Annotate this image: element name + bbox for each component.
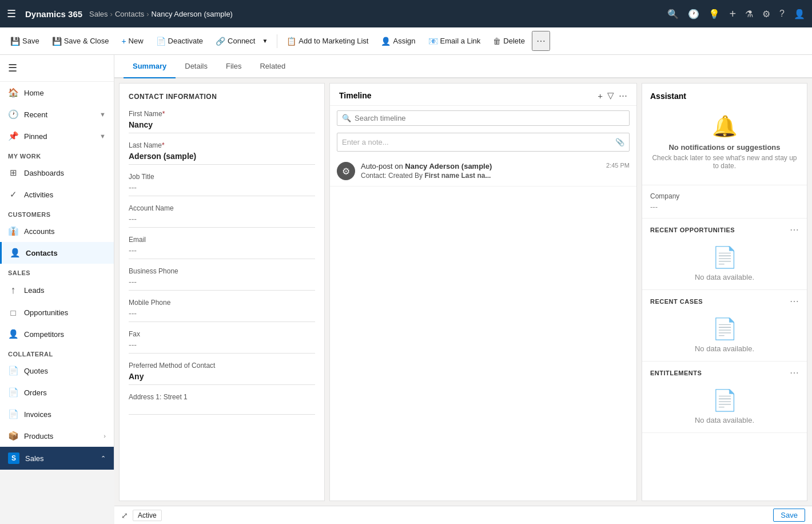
expand-icon[interactable]: ⤢ (121, 511, 128, 520)
timeline-search-input[interactable] (355, 114, 624, 122)
breadcrumb-sales[interactable]: Sales (89, 10, 108, 18)
chevron-down-icon: ▼ (99, 133, 106, 140)
connect-button[interactable]: 🔗 Connect (210, 33, 261, 49)
sidebar-item-orders[interactable]: 📄 Orders (0, 382, 114, 403)
sidebar-item-label: Dashboards (24, 169, 64, 177)
save-button[interactable]: 💾 Save (5, 33, 45, 49)
add-to-marketing-list-button[interactable]: 📋 Add to Marketing List (281, 33, 374, 49)
assign-button[interactable]: 👤 Assign (375, 33, 421, 49)
search-icon[interactable]: 🔍 (667, 9, 679, 19)
preferred-contact-field: Preferred Method of Contact Any (129, 362, 315, 385)
sidebar-item-pinned[interactable]: 📌 Pinned ▼ (0, 125, 114, 147)
address-street1-value[interactable] (129, 402, 315, 415)
timeline-add-icon[interactable]: + (598, 91, 603, 101)
quotes-icon: 📄 (8, 366, 18, 376)
clock-icon[interactable]: 🕐 (688, 9, 699, 19)
lightbulb-icon[interactable]: 💡 (708, 9, 720, 19)
tab-details[interactable]: Details (176, 55, 217, 78)
collateral-section-label: Collateral (0, 345, 114, 360)
sidebar-item-label: Opportunities (24, 308, 68, 317)
bottom-save-button[interactable]: Save (773, 509, 805, 522)
hamburger-menu-icon[interactable]: ☰ (7, 7, 16, 20)
email-link-button[interactable]: 📧 Email a Link (423, 33, 487, 49)
sidebar-item-products[interactable]: 📦 Products › (0, 425, 114, 447)
top-nav-icons: 🔍 🕐 💡 + ⚗ ⚙ ? 👤 (667, 7, 805, 21)
recent-opportunities-more-icon[interactable]: ⋯ (790, 224, 799, 235)
email-field: Email --- (129, 236, 315, 259)
timeline-entry-time: 2:45 PM (606, 162, 630, 180)
sidebar-item-competitors[interactable]: 👤 Competitors (0, 323, 114, 345)
sidebar-hamburger[interactable]: ☰ (0, 55, 114, 82)
tab-related[interactable]: Related (250, 55, 294, 78)
breadcrumb-contacts[interactable]: Contacts (115, 10, 144, 18)
contact-info-panel: CONTACT INFORMATION First Name* Nancy La… (119, 83, 325, 501)
assign-icon: 👤 (381, 37, 391, 46)
timeline-filter-icon[interactable]: ▽ (607, 90, 614, 101)
entitlements-more-icon[interactable]: ⋯ (790, 367, 799, 378)
sidebar-item-contacts[interactable]: 👤 Contacts (0, 242, 114, 264)
tab-summary[interactable]: Summary (124, 55, 176, 78)
company-value: --- (650, 203, 799, 211)
activities-icon: ✓ (8, 189, 18, 200)
delete-button[interactable]: 🗑 Delete (487, 33, 531, 49)
recent-icon: 🕐 (8, 109, 18, 120)
save-close-button[interactable]: 💾 Save & Close (46, 33, 115, 49)
no-data-entitlements-text: No data available. (650, 416, 799, 424)
sidebar-item-opportunities[interactable]: □ Opportunities (0, 302, 114, 323)
sidebar: ☰ 🏠 Home 🕐 Recent ▼ 📌 Pinned ▼ My Work ⊞… (0, 55, 114, 470)
sidebar-item-label: Activities (24, 190, 53, 199)
sidebar-item-leads[interactable]: ↑ Leads (0, 279, 114, 302)
timeline-search-icon: 🔍 (342, 114, 351, 122)
add-icon[interactable]: + (729, 7, 736, 21)
sidebar-item-invoices[interactable]: 📄 Invoices (0, 403, 114, 425)
main-layout: ☰ 🏠 Home 🕐 Recent ▼ 📌 Pinned ▼ My Work ⊞… (0, 55, 812, 524)
mobile-phone-value[interactable]: --- (129, 308, 315, 322)
timeline-more-icon[interactable]: ⋯ (619, 90, 627, 101)
help-icon[interactable]: ? (779, 9, 785, 19)
preferred-contact-value[interactable]: Any (129, 371, 315, 385)
user-icon[interactable]: 👤 (794, 9, 805, 19)
company-label: Company (650, 192, 799, 200)
competitors-icon: 👤 (8, 329, 18, 339)
timeline-search[interactable]: 🔍 (337, 110, 630, 126)
recent-cases-more-icon[interactable]: ⋯ (790, 296, 799, 307)
connect-icon: 🔗 (216, 37, 225, 46)
timeline-note-input[interactable]: Enter a note... 📎 (337, 133, 630, 152)
recent-cases-section: RECENT CASES ⋯ 📄 No data available. (642, 290, 807, 362)
first-name-value[interactable]: Nancy (129, 119, 315, 133)
job-title-value[interactable]: --- (129, 182, 315, 196)
breadcrumb: Sales › Contacts › Nancy Aderson (sample… (89, 10, 233, 18)
sidebar-item-activities[interactable]: ✓ Activities (0, 184, 114, 205)
sidebar-item-accounts[interactable]: 👔 Accounts (0, 220, 114, 242)
settings-icon[interactable]: ⚙ (762, 9, 770, 19)
home-icon: 🏠 (8, 88, 18, 98)
sidebar-item-label: Products (24, 432, 53, 440)
deactivate-button[interactable]: 📄 Deactivate (150, 33, 209, 49)
leads-icon: ↑ (8, 284, 18, 296)
fax-value[interactable]: --- (129, 339, 315, 354)
sidebar-item-label: Quotes (24, 367, 48, 375)
assistant-empty-title: No notifications or suggestions (650, 143, 799, 152)
attach-icon[interactable]: 📎 (615, 138, 624, 146)
entitlements-title: ENTITLEMENTS (650, 370, 790, 376)
timeline-title: Timeline (339, 91, 593, 100)
connect-dropdown[interactable]: ▼ (262, 34, 273, 47)
tab-files[interactable]: Files (217, 55, 250, 78)
panels: CONTACT INFORMATION First Name* Nancy La… (114, 78, 812, 506)
account-name-value[interactable]: --- (129, 213, 315, 228)
sales-hub-icon: S (8, 452, 19, 464)
toolbar-more-button[interactable]: ⋯ (532, 31, 550, 51)
sidebar-item-recent[interactable]: 🕐 Recent ▼ (0, 104, 114, 125)
business-phone-value[interactable]: --- (129, 276, 315, 291)
sidebar-item-home[interactable]: 🏠 Home (0, 82, 114, 104)
email-value[interactable]: --- (129, 245, 315, 259)
filter-icon[interactable]: ⚗ (745, 9, 753, 19)
sidebar-item-sales-hub[interactable]: S Sales ⌃ (0, 447, 114, 470)
new-button[interactable]: + New (116, 33, 149, 49)
sidebar-item-label: Leads (24, 286, 44, 295)
sidebar-item-quotes[interactable]: 📄 Quotes (0, 360, 114, 382)
last-name-value[interactable]: Aderson (sample) (129, 150, 315, 165)
sidebar-item-label: Invoices (24, 410, 51, 419)
sidebar-item-dashboards[interactable]: ⊞ Dashboards (0, 162, 114, 184)
opportunities-icon: □ (8, 308, 18, 317)
